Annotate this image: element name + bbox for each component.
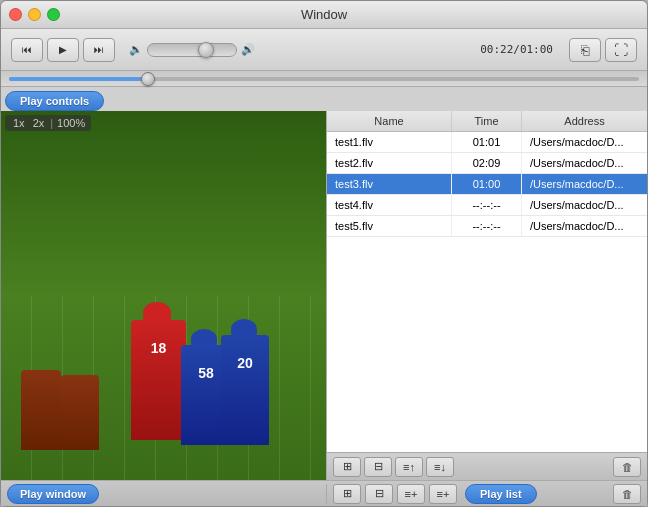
- maximize-button[interactable]: [47, 8, 60, 21]
- video-frame: 18 58 20: [1, 111, 326, 480]
- volume-high-icon: 🔊: [241, 43, 255, 56]
- volume-thumb[interactable]: [198, 42, 214, 58]
- zoom-separator: |: [50, 117, 53, 129]
- play-button[interactable]: ▶: [47, 38, 79, 62]
- volume-low-icon: 🔈: [129, 43, 143, 56]
- move-up-button[interactable]: ≡↑: [395, 457, 423, 477]
- airplay-button[interactable]: ⎗: [569, 38, 601, 62]
- playlist-footer: ⊞ ⊟ ≡+ ≡+ Play list 🗑: [326, 484, 647, 504]
- play-list-tab[interactable]: Play list: [465, 484, 537, 504]
- volume-slider[interactable]: [147, 43, 237, 57]
- close-button[interactable]: [9, 8, 22, 21]
- delete-button[interactable]: 🗑: [613, 457, 641, 477]
- add-file-button[interactable]: ⊞: [333, 457, 361, 477]
- cell-time: 02:09: [452, 153, 522, 173]
- playlist-rows: test1.flv01:01/Users/macdoc/D...test2.fl…: [327, 132, 647, 237]
- cell-time: 01:01: [452, 132, 522, 152]
- footer-btn4[interactable]: ≡+: [429, 484, 457, 504]
- seekbar-thumb[interactable]: [141, 72, 155, 86]
- transport-controls: ⏮ ▶ ⏭: [11, 38, 115, 62]
- main-content: 18 58 20 1x 2x | 100%: [1, 111, 647, 480]
- column-header-address: Address: [522, 111, 647, 131]
- zoom-1x-button[interactable]: 1x: [11, 117, 27, 129]
- seekbar-progress: [9, 77, 148, 81]
- cell-name: test3.flv: [327, 174, 452, 194]
- minimize-button[interactable]: [28, 8, 41, 21]
- right-panel: Name Time Address test1.flv01:01/Users/m…: [326, 111, 647, 480]
- playlist-table: Name Time Address test1.flv01:01/Users/m…: [327, 111, 647, 452]
- cell-name: test5.flv: [327, 216, 452, 236]
- player-3: 20: [221, 335, 269, 445]
- fullscreen-button[interactable]: ⛶: [605, 38, 637, 62]
- traffic-lights: [9, 8, 60, 21]
- player-1: 18: [131, 320, 186, 440]
- cell-address: /Users/macdoc/D...: [522, 132, 647, 152]
- zoom-2x-button[interactable]: 2x: [31, 117, 47, 129]
- toolbar: ⏮ ▶ ⏭ 🔈 🔊 00:22/01:00 ⎗ ⛶: [1, 29, 647, 71]
- add-folder-button[interactable]: ⊟: [364, 457, 392, 477]
- table-row[interactable]: test5.flv--:--:--/Users/macdoc/D...: [327, 216, 647, 237]
- column-header-time: Time: [452, 111, 522, 131]
- time-display: 00:22/01:00: [480, 43, 553, 56]
- cell-address: /Users/macdoc/D...: [522, 216, 647, 236]
- seekbar-area[interactable]: [1, 71, 647, 87]
- seekbar-track[interactable]: [9, 77, 639, 81]
- footer-btn3[interactable]: ≡+: [397, 484, 425, 504]
- cell-time: 01:00: [452, 174, 522, 194]
- cell-name: test2.flv: [327, 153, 452, 173]
- play-controls-tab[interactable]: Play controls: [5, 91, 104, 111]
- zoom-controls: 1x 2x | 100%: [5, 115, 91, 131]
- cell-address: /Users/macdoc/D...: [522, 195, 647, 215]
- footer-btn1[interactable]: ⊞: [333, 484, 361, 504]
- move-down-button[interactable]: ≡↓: [426, 457, 454, 477]
- table-row[interactable]: test1.flv01:01/Users/macdoc/D...: [327, 132, 647, 153]
- player-4: [21, 370, 61, 450]
- video-footer: Play window: [1, 484, 326, 504]
- cell-address: /Users/macdoc/D...: [522, 153, 647, 173]
- table-row[interactable]: test3.flv01:00/Users/macdoc/D...: [327, 174, 647, 195]
- table-row[interactable]: test2.flv02:09/Users/macdoc/D...: [327, 153, 647, 174]
- video-panel: 18 58 20 1x 2x | 100%: [1, 111, 326, 480]
- cell-address: /Users/macdoc/D...: [522, 174, 647, 194]
- cell-time: --:--:--: [452, 216, 522, 236]
- rewind-button[interactable]: ⏮: [11, 38, 43, 62]
- right-toolbar-buttons: ⎗ ⛶: [569, 38, 637, 62]
- footer-row: Play window ⊞ ⊟ ≡+ ≡+ Play list 🗑: [1, 480, 647, 506]
- title-bar: Window: [1, 1, 647, 29]
- table-row[interactable]: test4.flv--:--:--/Users/macdoc/D...: [327, 195, 647, 216]
- cell-time: --:--:--: [452, 195, 522, 215]
- cell-name: test1.flv: [327, 132, 452, 152]
- footer-delete-button[interactable]: 🗑: [613, 484, 641, 504]
- volume-area: 🔈 🔊: [129, 43, 255, 57]
- footer-btn2[interactable]: ⊟: [365, 484, 393, 504]
- tab-bar: Play controls: [1, 87, 647, 111]
- play-window-tab[interactable]: Play window: [7, 484, 99, 504]
- playlist-bottom-toolbar: ⊞ ⊟ ≡↑ ≡↓ 🗑: [327, 452, 647, 480]
- column-header-name: Name: [327, 111, 452, 131]
- zoom-percent: 100%: [57, 117, 85, 129]
- player-5: [61, 375, 99, 450]
- window-title: Window: [301, 7, 347, 22]
- cell-name: test4.flv: [327, 195, 452, 215]
- main-window: Window ⏮ ▶ ⏭ 🔈 🔊 00:22/01:00 ⎗ ⛶ Play: [0, 0, 648, 507]
- table-header: Name Time Address: [327, 111, 647, 132]
- video-area: 18 58 20 1x 2x | 100%: [1, 111, 326, 480]
- fastforward-button[interactable]: ⏭: [83, 38, 115, 62]
